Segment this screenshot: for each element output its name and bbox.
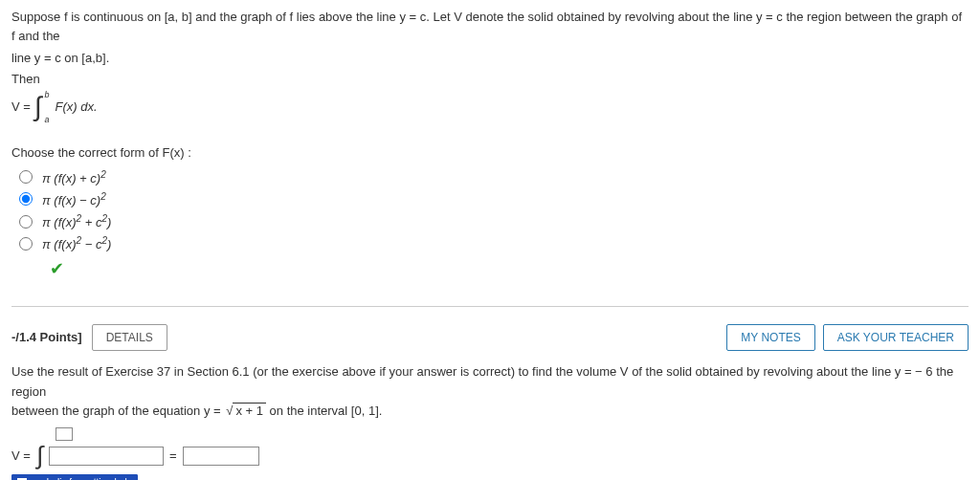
- radio-4[interactable]: [19, 237, 33, 251]
- sqrt-inner: x + 1: [233, 403, 266, 418]
- my-notes-button[interactable]: MY NOTES: [726, 324, 814, 351]
- integral-upper: b: [45, 90, 50, 99]
- q1-intro2: line y = c on [a,b].: [11, 51, 109, 65]
- v-equals: V =: [11, 99, 31, 114]
- integral-lower: a: [45, 115, 50, 124]
- header-left: -/1.4 Points] DETAILS: [11, 324, 167, 351]
- q2-text2a: between the graph of the equation y =: [11, 404, 224, 418]
- equals-sign: =: [169, 448, 177, 463]
- integrand-input[interactable]: [49, 447, 164, 466]
- option-4-label: π (f(x)2 − c2): [42, 235, 111, 251]
- option-1[interactable]: π (f(x) + c)2: [19, 169, 969, 185]
- q1-line2: line y = c on [a,b].: [11, 49, 969, 68]
- option-3-label: π (f(x)2 + c2): [42, 213, 111, 229]
- q1-intro1: Suppose f is continuous on [a, b] and th…: [11, 10, 962, 43]
- q1-then: Then: [11, 72, 969, 86]
- option-1-label: π (f(x) + c)2: [42, 169, 106, 185]
- integrand: F(x) dx.: [56, 99, 98, 114]
- option-2-label: π (f(x) − c)2: [42, 191, 106, 207]
- option-4[interactable]: π (f(x)2 − c2): [19, 235, 969, 251]
- radio-1[interactable]: [19, 170, 33, 184]
- points-label: -/1.4 Points]: [11, 330, 82, 344]
- details-button[interactable]: DETAILS: [92, 324, 167, 351]
- q2-header: -/1.4 Points] DETAILS MY NOTES ASK YOUR …: [11, 324, 969, 351]
- q1-line1: Suppose f is continuous on [a, b] and th…: [11, 8, 969, 45]
- radio-2[interactable]: [19, 192, 33, 206]
- q2-text2b: on the interval [0, 1].: [266, 404, 382, 418]
- result-input[interactable]: [183, 447, 259, 466]
- option-2[interactable]: π (f(x) − c)2: [19, 191, 969, 207]
- integral-symbol: ∫ b a: [34, 92, 42, 122]
- checkmark-icon: ✔: [50, 258, 969, 279]
- integral-input-group: ∫: [36, 441, 43, 470]
- sqrt-expr: x + 1: [224, 404, 266, 418]
- ask-teacher-button[interactable]: ASK YOUR TEACHER: [823, 324, 969, 351]
- v-equals-2: V =: [11, 448, 31, 463]
- upper-limit-box[interactable]: [56, 427, 73, 441]
- q2-text1: Use the result of Exercise 37 in Section…: [11, 364, 953, 399]
- integral-expression: V = ∫ b a F(x) dx.: [11, 92, 969, 122]
- radio-3[interactable]: [19, 215, 33, 229]
- integral-symbol-2: ∫: [36, 441, 43, 470]
- q2-text: Use the result of Exercise 37 in Section…: [11, 362, 969, 422]
- answer-line: V = ∫ =: [11, 441, 969, 470]
- choose-prompt: Choose the correct form of F(x) :: [11, 145, 969, 160]
- header-right: MY NOTES ASK YOUR TEACHER: [726, 324, 969, 351]
- options-group: π (f(x) + c)2 π (f(x) − c)2 π (f(x)2 + c…: [19, 169, 969, 252]
- symbolic-help-button[interactable]: ?symbolic formatting help: [11, 474, 138, 480]
- divider: [11, 306, 969, 307]
- option-3[interactable]: π (f(x)2 + c2): [19, 213, 969, 229]
